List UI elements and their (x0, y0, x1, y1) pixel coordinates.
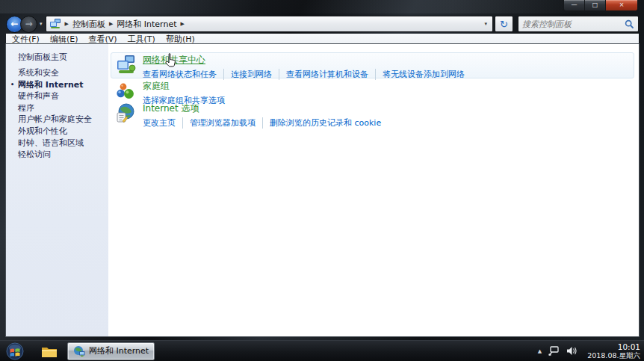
menu-tools[interactable]: 工具(T) (128, 34, 155, 45)
sidebar-item-system-security[interactable]: 系统和安全 (6, 67, 108, 79)
sidebar-item-hardware-sound[interactable]: 硬件和声音 (6, 90, 108, 102)
back-icon: ← (10, 19, 18, 29)
minimize-button[interactable]: — (563, 0, 585, 11)
link-network-sharing-center[interactable]: 网络和共享中心 (143, 54, 465, 67)
breadcrumb-arrow-icon: ▶ (109, 21, 113, 27)
show-hidden-icons-button[interactable]: ▲ (538, 348, 542, 354)
taskbar-app-network-internet[interactable]: 网络和 Internet (67, 342, 155, 360)
sidebar-item-user-accounts[interactable]: 用户帐户和家庭安全 (6, 114, 108, 126)
refresh-button[interactable]: ↻ (495, 16, 513, 32)
address-bar[interactable]: ▶ 控制面板 ▶ 网络和 Internet ▶ ▾ (46, 16, 493, 32)
taskbar-explorer-button[interactable] (36, 342, 63, 361)
breadcrumb-arrow-icon: ▶ (180, 21, 184, 27)
sidebar-category-list: 系统和安全 •网络和 Internet 硬件和声音 程序 用户帐户和家庭安全 外… (6, 67, 108, 161)
sidebar-item-programs[interactable]: 程序 (6, 102, 108, 114)
main-pane: 网络和共享中心 查看网络状态和任务 连接到网络 查看网络计算机和设备 将无线设备… (108, 44, 639, 336)
network-favicon-icon (49, 19, 61, 29)
close-icon: × (619, 2, 625, 8)
taskbar: 网络和 Internet ▲ 10:01 2018.08.星期六 (0, 340, 644, 361)
link-homegroup[interactable]: 家庭组 (143, 80, 225, 93)
breadcrumb-control-panel[interactable]: 控制面板 (72, 19, 105, 30)
task-links: 更改主页 管理浏览器加载项 删除浏览的历史记录和 cookie (143, 117, 381, 129)
sidebar-item-appearance[interactable]: 外观和个性化 (6, 126, 108, 138)
task-links: 查看网络状态和任务 连接到网络 查看网络计算机和设备 将无线设备添加到网络 (143, 69, 465, 80)
search-box (518, 16, 639, 32)
link-change-homepage[interactable]: 更改主页 (143, 117, 176, 129)
link-view-network-status[interactable]: 查看网络状态和任务 (143, 69, 217, 80)
sidebar-item-ease-of-access[interactable]: 轻松访问 (6, 149, 108, 161)
link-view-network-computers[interactable]: 查看网络计算机和设备 (279, 69, 368, 80)
system-tray: ▲ 10:01 2018.08.星期六 (538, 343, 644, 360)
task-button-label: 网络和 Internet (89, 345, 149, 357)
maximize-button[interactable]: □ (585, 0, 605, 11)
menu-file[interactable]: 文件(F) (12, 34, 40, 45)
desktop-screen: — □ × ← → ▾ ▶ 控制面板 ▶ 网络和 Internet ▶ ▾ (0, 0, 644, 361)
minimize-icon: — (572, 2, 578, 8)
maximize-icon: □ (592, 2, 598, 8)
network-tray-icon[interactable] (548, 346, 560, 356)
recent-pages-dropdown[interactable]: ▾ (40, 21, 43, 27)
homegroup-icon (116, 81, 136, 101)
category-network-sharing-center: 网络和共享中心 查看网络状态和任务 连接到网络 查看网络计算机和设备 将无线设备… (116, 54, 465, 80)
folder-icon (41, 345, 58, 358)
link-manage-browser-addons[interactable]: 管理浏览器加载项 (182, 117, 256, 129)
link-add-wireless-device[interactable]: 将无线设备添加到网络 (375, 69, 465, 80)
sidebar: 控制面板主页 系统和安全 •网络和 Internet 硬件和声音 程序 用户帐户… (6, 44, 108, 336)
link-connect-to-network[interactable]: 连接到网络 (223, 69, 272, 80)
address-history-dropdown[interactable]: ▾ (482, 21, 489, 27)
window-caption-buttons: — □ × (563, 0, 638, 11)
sidebar-item-clock-language[interactable]: 时钟、语言和区域 (6, 138, 108, 149)
close-button[interactable]: × (605, 0, 638, 11)
category-internet-options: Internet 选项 更改主页 管理浏览器加载项 删除浏览的历史记录和 coo… (116, 102, 381, 129)
breadcrumb-network-internet[interactable]: 网络和 Internet (117, 19, 176, 30)
breadcrumb-arrow-icon: ▶ (65, 21, 69, 27)
volume-tray-icon[interactable] (566, 346, 577, 356)
navigation-bar: ← → ▾ ▶ 控制面板 ▶ 网络和 Internet ▶ ▾ ↻ (6, 14, 639, 34)
taskbar-clock[interactable]: 10:01 2018.08.星期六 (583, 343, 640, 360)
search-icon (625, 19, 634, 29)
refresh-icon: ↻ (500, 19, 508, 30)
link-internet-options[interactable]: Internet 选项 (143, 102, 381, 115)
clock-date: 2018.08.星期六 (587, 351, 640, 360)
window-content: 控制面板主页 系统和安全 •网络和 Internet 硬件和声音 程序 用户帐户… (6, 44, 639, 336)
forward-icon: → (25, 19, 32, 29)
sidebar-item-network-internet[interactable]: •网络和 Internet (6, 79, 108, 91)
internet-options-icon (116, 103, 136, 123)
search-input[interactable] (522, 19, 625, 29)
menu-help[interactable]: 帮助(H) (166, 34, 195, 45)
menu-bar: 文件(F) 编辑(E) 查看(V) 工具(T) 帮助(H) (6, 34, 639, 44)
forward-button[interactable]: → (20, 16, 37, 33)
network-internet-app-icon (73, 345, 85, 357)
control-panel-window: — □ × ← → ▾ ▶ 控制面板 ▶ 网络和 Internet ▶ ▾ (0, 0, 644, 340)
clock-time: 10:01 (587, 343, 640, 351)
sidebar-item-control-panel-home[interactable]: 控制面板主页 (18, 52, 67, 63)
start-button[interactable] (6, 342, 24, 360)
network-sharing-center-icon (116, 55, 136, 75)
link-delete-history-cookies[interactable]: 删除浏览的历史记录和 cookie (262, 117, 381, 129)
menu-view[interactable]: 查看(V) (88, 34, 117, 45)
active-bullet-icon: • (10, 79, 14, 91)
menu-edit[interactable]: 编辑(E) (50, 34, 78, 45)
